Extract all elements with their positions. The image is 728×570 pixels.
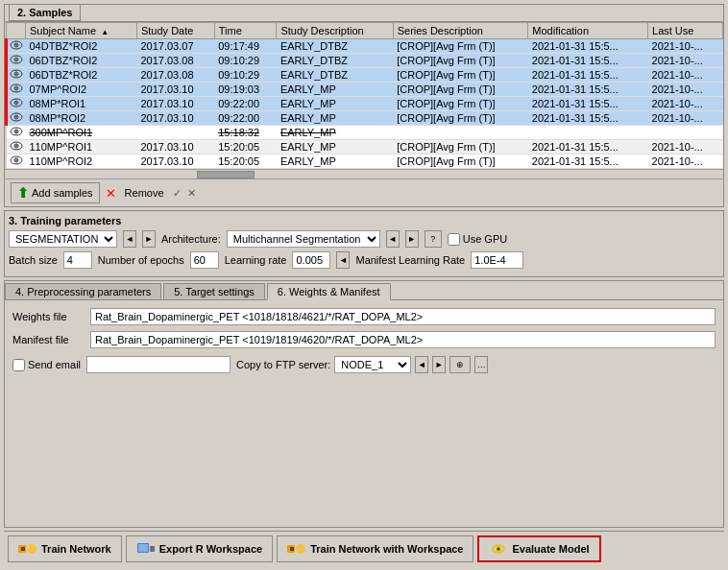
table-cell: EARLY_DTBZ [277,39,393,54]
bottom-toolbar: Train Network Export R Workspace Train [4,531,724,566]
use-gpu-checkbox[interactable] [448,233,460,246]
evaluate-model-button[interactable]: Evaluate Model [477,535,600,562]
svg-point-14 [15,102,17,104]
batch-size-input[interactable] [63,251,92,269]
arch-next-btn[interactable]: ► [405,230,419,248]
table-cell: 2017.03.10 [136,140,214,154]
table-cell: EARLY_DTBZ [277,68,393,83]
batch-size-label: Batch size [9,254,58,266]
svg-rect-32 [150,546,155,552]
epochs-label: Number of epochs [98,254,184,266]
table-cell: 15:20:05 [214,154,277,169]
table-cell: [CROP][Avg Frm (T)] [393,39,528,54]
samples-table-container[interactable]: Subject Name ▲ Study Date Time Study Des… [5,22,723,169]
train-workspace-label: Train Network with Workspace [310,543,463,555]
table-row[interactable]: 06DTBZ*ROI22017.03.0809:10:29EARLY_DTBZ[… [7,68,723,83]
col-header-series[interactable]: Series Description [393,23,528,39]
segmentation-select[interactable]: SEGMENTATION [9,230,117,248]
svg-rect-29 [21,547,25,551]
col-header-modification[interactable]: Modification [528,23,648,39]
tab-preprocessing[interactable]: 4. Preprocessing parameters [5,283,161,299]
table-cell: 110MP^ROI2 [26,154,137,169]
weights-label: Weights file [12,311,85,322]
table-cell: 2021-10-... [648,97,723,111]
epochs-input[interactable] [190,251,219,269]
row-eye-icon [7,83,26,97]
table-cell: 2021-10-... [648,83,723,97]
col-header-lastuse[interactable]: Last Use [648,23,723,39]
node-dots-btn[interactable]: … [474,356,488,373]
table-cell: [CROP][Avg Frm (T)] [393,140,528,154]
svg-rect-35 [290,547,294,551]
col-header-study[interactable]: Study Description [277,23,393,39]
table-cell: 09:19:03 [214,83,277,97]
col-header-subject[interactable]: Subject Name ▲ [26,23,137,39]
svg-point-5 [15,59,17,60]
table-cell: EARLY_MP [277,111,393,126]
table-row[interactable]: 06DTBZ*ROI22017.03.0809:10:29EARLY_DTBZ[… [7,54,723,68]
node-next-btn[interactable]: ► [432,356,446,373]
remove-button[interactable]: Remove [122,186,167,200]
table-cell: 09:10:29 [214,54,277,68]
samples-table: Subject Name ▲ Study Date Time Study Des… [5,22,723,169]
evaluate-model-label: Evaluate Model [512,543,589,555]
train-network-button[interactable]: Train Network [8,535,122,562]
add-samples-button[interactable]: ⬆ Add samples [11,182,100,203]
table-cell: 06DTBZ*ROI2 [26,54,137,68]
manifest-row: Manifest file Rat_Brain_Dopaminergic_PET… [12,331,716,348]
lr-prev-btn[interactable]: ◄ [336,251,350,269]
node-select[interactable]: NODE_1 [334,356,411,373]
seg-prev-btn[interactable]: ◄ [123,230,136,248]
node-prev-btn[interactable]: ◄ [415,356,428,373]
train-workspace-button[interactable]: Train Network with Workspace [277,535,473,562]
table-cell: 2021-01-31 15:5... [528,111,648,126]
svg-point-8 [15,73,17,75]
table-row[interactable]: 07MP^ROI22017.03.1009:19:03EARLY_MP[CROP… [7,83,723,97]
table-cell: 15:18:32 [214,126,277,140]
remove-x-icon: ✕ [106,186,116,201]
table-row[interactable]: 08MP*ROI22017.03.1009:22:00EARLY_MP[CROP… [7,111,723,126]
send-email-checkbox[interactable] [12,359,25,371]
architecture-select[interactable]: Multichannel Segmentation [227,230,380,248]
learning-rate-input[interactable] [292,251,330,269]
col-header-date[interactable]: Study Date [136,23,214,39]
row-eye-icon [7,126,26,140]
export-workspace-label: Export R Workspace [159,543,262,555]
svg-point-38 [497,548,500,551]
col-header-time[interactable]: Time [214,23,277,39]
table-cell [648,126,723,140]
table-cell: 2021-01-31 15:5... [528,140,648,154]
tab-weights[interactable]: 6. Weights & Manifest [267,283,391,300]
samples-tab[interactable]: 2. Samples [9,4,81,21]
table-cell: EARLY_MP [277,83,393,97]
table-row[interactable]: 08MP*ROI12017.03.1009:22:00EARLY_MP[CROP… [7,97,723,111]
architecture-label: Architecture: [161,233,221,245]
table-cell: 2017.03.08 [136,54,214,68]
table-cell: 2021-01-31 15:5... [528,154,648,169]
table-cell: 2017.03.10 [136,154,214,169]
table-row[interactable]: 110MP^ROI22017.03.1015:20:05EARLY_MP[CRO… [7,154,723,169]
table-cell: 110MP^ROI1 [26,140,137,154]
table-cell: 2021-01-31 15:5... [528,68,648,83]
add-icon: ⬆ [17,185,29,201]
table-row[interactable]: 300MP^ROI115:18:32EARLY_MP [7,126,723,140]
export-workspace-button[interactable]: Export R Workspace [126,535,273,562]
arch-help-btn[interactable]: ? [425,230,442,248]
seg-next-btn[interactable]: ► [142,230,156,248]
table-cell: EARLY_MP [277,154,393,169]
send-row: Send email Copy to FTP server: NODE_1 ◄ … [12,356,716,373]
checkmark-icon: ✓ [173,187,182,200]
svg-point-2 [15,44,17,46]
horizontal-scrollbar[interactable] [5,169,723,178]
table-cell: EARLY_DTBZ [277,54,393,68]
node-extra-btn[interactable]: ⊕ [449,356,471,373]
table-row[interactable]: 04DTBZ*ROI22017.03.0709:17:49EARLY_DTBZ[… [7,39,723,54]
arch-prev-btn[interactable]: ◄ [386,230,400,248]
table-cell: 2021-10-... [648,39,723,54]
table-cell: 2021-01-31 15:5... [528,54,648,68]
table-cell: 15:20:05 [214,140,277,154]
tab-target[interactable]: 5. Target settings [163,283,265,299]
manifest-lr-input[interactable] [471,251,523,269]
table-row[interactable]: 110MP^ROI12017.03.1015:20:05EARLY_MP[CRO… [7,140,723,154]
send-email-input[interactable] [86,356,231,373]
